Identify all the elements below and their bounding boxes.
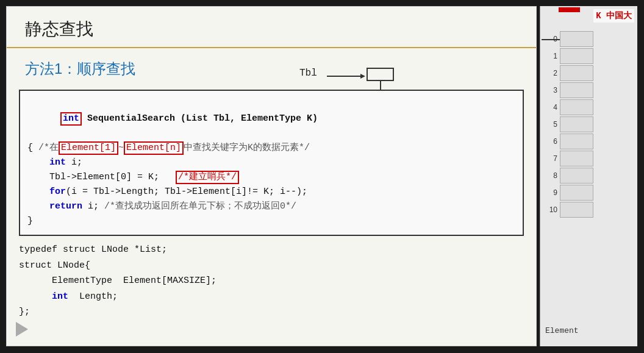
table-row-8: 8 xyxy=(546,167,595,184)
table-row-5: 5 xyxy=(546,116,595,133)
tbl-arrow xyxy=(327,71,370,81)
tbl-label: Tbl xyxy=(299,68,317,79)
row-index-1: 1 xyxy=(546,52,560,60)
code-line-4: Tbl->Element[0] = K; /*建立哨兵*/ xyxy=(27,170,515,185)
typedef-line-4: int Length; xyxy=(19,289,524,305)
table-row-6: 6 xyxy=(546,133,595,150)
tbl-box-top xyxy=(367,68,394,81)
code-line-7: } xyxy=(27,214,515,229)
table-row-4: 4 xyxy=(546,99,595,116)
table-visual: 0 1 2 3 4 5 6 7 xyxy=(546,30,595,218)
table-row-7: 7 xyxy=(546,150,595,167)
svg-marker-1 xyxy=(360,74,365,79)
code-line-2: { /*在Element[1]~Element[n]中查找关键字为K的数据元素*… xyxy=(27,141,515,155)
watermark: K 中国大 xyxy=(593,9,634,23)
typedef-line-2: struct LNode{ xyxy=(19,258,524,274)
row-index-2: 2 xyxy=(546,69,560,77)
row-cell-2 xyxy=(560,65,593,81)
table-row-0: 0 xyxy=(546,30,595,48)
play-button[interactable] xyxy=(16,322,28,337)
typedef-line-3: ElementType Element[MAXSIZE]; xyxy=(19,273,524,289)
code-line-6: return i; /*查找成功返回所在单元下标；不成功返回0*/ xyxy=(27,199,515,214)
row-index-10: 10 xyxy=(546,205,560,214)
row-index-3: 3 xyxy=(546,86,560,94)
row-cell-3 xyxy=(560,82,593,98)
element-label: Element xyxy=(545,326,579,335)
tbl-connector xyxy=(380,81,381,90)
row-cell-6 xyxy=(560,134,593,149)
element1-highlight: Element[1] xyxy=(59,141,118,155)
row-index-7: 7 xyxy=(546,154,560,163)
right-panel: K 中国大 0 1 2 3 4 5 xyxy=(540,6,637,346)
table-row-10: 10 xyxy=(546,201,595,218)
table-row-3: 3 xyxy=(546,82,595,99)
typedef-line-1: typedef struct LNode *List; xyxy=(19,242,524,258)
row-cell-1 xyxy=(560,48,593,64)
row-index-4: 4 xyxy=(546,103,560,112)
row-index-8: 8 xyxy=(546,171,560,180)
row-cell-8 xyxy=(560,168,593,184)
row-cell-9 xyxy=(560,185,593,201)
int-keyword-highlight: int xyxy=(60,112,82,126)
main-slide: 静态查找 方法1：顺序查找 Tbl 10 int SequentialSearc… xyxy=(6,6,537,346)
code-line-1: int SequentialSearch (List Tbl, ElementT… xyxy=(27,97,515,141)
red-marker xyxy=(559,7,580,12)
code-line-3: int i; xyxy=(27,155,515,170)
row-index-6: 6 xyxy=(546,137,560,146)
row-cell-7 xyxy=(560,151,593,166)
code-block: int SequentialSearch (List Tbl, ElementT… xyxy=(19,90,524,236)
row-cell-5 xyxy=(560,116,593,132)
sentinel-comment-highlight: /*建立哨兵*/ xyxy=(176,171,239,184)
code-line-5: for(i = Tbl->Length; Tbl->Element[i]!= K… xyxy=(27,185,515,199)
elementn-highlight: Element[n] xyxy=(124,141,184,155)
table-row-1: 1 xyxy=(546,48,595,65)
table-row-2: 2 xyxy=(546,65,595,82)
table-row-9: 9 xyxy=(546,184,595,201)
row-index-9: 9 xyxy=(546,188,560,197)
typedef-line-5: }; xyxy=(19,304,524,320)
row-cell-4 xyxy=(560,99,593,115)
row-cell-0 xyxy=(560,31,593,47)
method-title: 方法1：顺序查找 xyxy=(7,54,536,84)
row-index-0: 0 xyxy=(546,35,560,43)
row-index-5: 5 xyxy=(546,120,560,129)
typedef-block: typedef struct LNode *List; struct LNode… xyxy=(19,242,524,320)
slide-title: 静态查找 xyxy=(7,7,536,48)
row-cell-10 xyxy=(560,202,593,218)
